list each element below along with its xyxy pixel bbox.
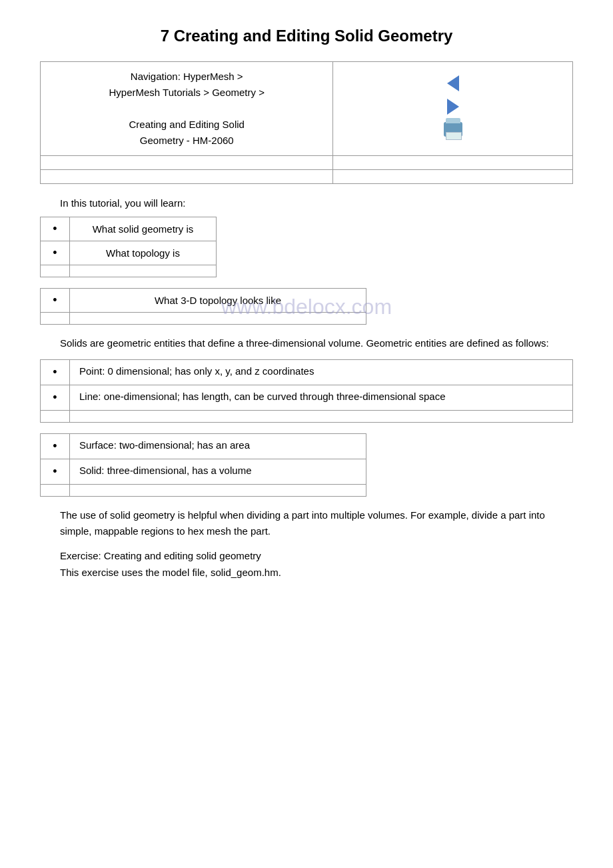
entity-text-4: Solid: three-dimensional, has a volume [70,459,366,485]
exercise-body: This exercise uses the model file, solid… [60,567,573,578]
learn-text-3: What 3-D topology looks like [70,289,366,313]
entity-text-3: Surface: two-dimensional; has an area [70,434,366,459]
nav-empty-left2 [41,170,333,184]
nav-line3: Creating and Editing Solid [129,119,244,130]
entity-text-2: Line: one-dimensional; has length, can b… [70,385,573,411]
entity-bullet-3: • [41,434,70,459]
entity-item-4: • Solid: three-dimensional, has a volume [41,459,366,485]
learn-item-2: • What topology is [41,241,217,265]
learn-table-1: • What solid geometry is • What topology… [40,217,217,277]
description-paragraph: Solids are geometric entities that defin… [60,335,573,351]
nav-empty-right2 [333,170,573,184]
forward-arrow-icon[interactable] [447,99,459,117]
bullet-3: • [41,289,70,313]
entity-item-1: • Point: 0 dimensional; has only x, y, a… [41,360,573,385]
nav-empty-left [41,156,333,170]
navigation-table: Navigation: HyperMesh > HyperMesh Tutori… [40,61,573,184]
learn-table-2: • What 3-D topology looks like [40,288,366,325]
intro-paragraph: In this tutorial, you will learn: [60,197,573,209]
learn-table-empty [41,265,217,277]
nav-line4: Geometry - HM-2060 [140,135,234,146]
bullet-2: • [41,241,70,265]
entity-item-2: • Line: one-dimensional; has length, can… [41,385,573,411]
nav-icons-cell [333,62,573,156]
nav-text-cell: Navigation: HyperMesh > HyperMesh Tutori… [41,62,333,156]
entity-bullet-1: • [41,360,70,385]
page-title: 7 Creating and Editing Solid Geometry [40,27,573,45]
entities-table-2: • Surface: two-dimensional; has an area … [40,433,366,497]
entity-text-1: Point: 0 dimensional; has only x, y, and… [70,360,573,385]
learn-text-1: What solid geometry is [70,217,217,241]
nav-line2: HyperMesh Tutorials > Geometry > [109,87,265,98]
learn-item-3: • What 3-D topology looks like [41,289,366,313]
exercise-title: Exercise: Creating and editing solid geo… [60,550,573,561]
exercise-section: Exercise: Creating and editing solid geo… [60,550,573,578]
nav-empty-right [333,156,573,170]
entity-item-3: • Surface: two-dimensional; has an area [41,434,366,459]
usage-paragraph: The use of solid geometry is helpful whe… [60,507,573,539]
nav-line1: Navigation: HyperMesh > [131,71,243,82]
learn-text-2: What topology is [70,241,217,265]
printer-icon[interactable] [444,122,462,139]
entity-bullet-4: • [41,459,70,485]
entity-bullet-2: • [41,385,70,411]
learn-table2-empty [41,313,366,325]
entities-table-1: • Point: 0 dimensional; has only x, y, a… [40,359,573,423]
back-arrow-icon[interactable] [447,75,459,93]
learn-table-2-container: • What 3-D topology looks like www.bdelo… [40,288,573,325]
entities-table2-empty [41,485,366,497]
learn-item-1: • What solid geometry is [41,217,217,241]
entities-table1-empty [41,411,573,423]
bullet-1: • [41,217,70,241]
